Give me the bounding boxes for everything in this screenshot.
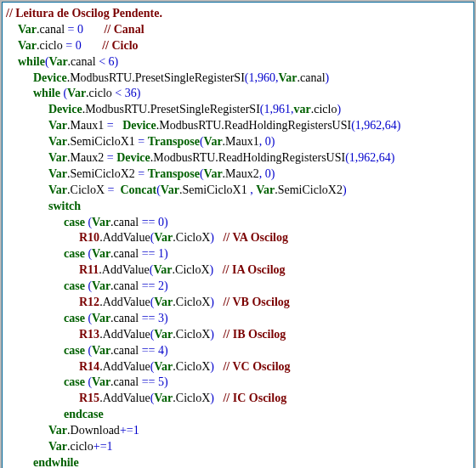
n: 2 <box>158 279 164 292</box>
t: Maux1 <box>225 135 259 148</box>
n: 6 <box>109 55 115 68</box>
t: ModbusRTU <box>85 103 147 116</box>
k: Device <box>122 119 156 132</box>
k: Var <box>48 167 67 180</box>
n: 0 <box>76 39 82 52</box>
t: ReadHoldingRegistersUSI <box>224 119 351 132</box>
code-line: Var.Maux2 = Device.ModbusRTU.ReadHolding… <box>6 150 468 166</box>
t: ciclo <box>89 87 112 99</box>
n: 1 <box>355 119 361 132</box>
k: Var <box>92 279 110 292</box>
k: Var <box>256 183 275 196</box>
t: AddValue <box>102 263 150 276</box>
sp <box>214 360 224 373</box>
op: = <box>104 151 116 164</box>
code-line: // Leitura de Oscilog Pendente. <box>6 6 468 22</box>
k: Var <box>92 375 110 388</box>
k: Var <box>48 424 67 437</box>
code-line: Var.ciclo+=1 <box>6 439 468 455</box>
t: CicloX <box>176 296 210 308</box>
op: = <box>63 39 76 52</box>
k: Var <box>154 328 173 341</box>
code-line: case (Var.canal == 0) <box>6 215 468 231</box>
k: Var <box>154 231 173 244</box>
reg: R13 <box>79 328 99 341</box>
p: ) <box>337 103 341 116</box>
k: Var <box>18 39 37 52</box>
k: endcase <box>64 408 104 420</box>
t: ciclo <box>71 440 94 453</box>
comment: // IB Oscilog <box>223 328 286 341</box>
k: Device <box>116 151 150 164</box>
p: ) <box>164 216 168 228</box>
code-line: Var.CicloX = Concat(Var.SemiCicloX1 , Va… <box>6 183 468 199</box>
t: CicloX <box>175 263 209 276</box>
p: ) <box>164 375 168 388</box>
t: canal <box>71 55 96 68</box>
t: ciclo <box>40 39 63 52</box>
n: 962 <box>364 119 382 132</box>
n: 1 <box>107 440 113 453</box>
k: Var <box>67 87 86 99</box>
t: SemiCicloX1 <box>71 135 135 148</box>
t: canal <box>114 247 139 260</box>
p: ) <box>115 55 119 68</box>
reg: R10 <box>79 231 99 244</box>
t: ModbusRTU <box>70 71 132 84</box>
op: += <box>120 424 133 437</box>
n: 0 <box>265 135 271 148</box>
code-line: case (Var.canal == 2) <box>6 279 468 295</box>
k: Var <box>204 167 223 180</box>
op: == <box>139 344 158 357</box>
k: Device <box>33 71 67 84</box>
k: Device <box>48 103 82 116</box>
code-line: while(Var.canal < 6) <box>6 54 468 70</box>
code-panel: // Leitura de Oscilog Pendente. Var.cana… <box>2 2 474 468</box>
code-line: while (Var.ciclo < 36) <box>6 86 468 102</box>
p: ) <box>271 167 275 180</box>
sp <box>83 23 105 36</box>
k: Var <box>92 216 110 228</box>
op: == <box>139 279 158 292</box>
n: 64 <box>385 119 397 132</box>
op: == <box>139 247 158 260</box>
reg: R15 <box>79 392 99 404</box>
code-line: R13.AddValue(Var.CicloX) // IB Oscilog <box>6 327 468 343</box>
t: Maux2 <box>71 151 105 164</box>
t: AddValue <box>103 328 150 341</box>
code-line: switch <box>6 199 468 215</box>
k: endwhile <box>33 456 79 468</box>
t: SemiCicloX2 <box>278 183 343 196</box>
op: < <box>96 55 109 68</box>
k: var <box>294 103 311 116</box>
t: PresetSingleRegisterSI <box>135 71 245 84</box>
k: case <box>64 279 85 292</box>
code-line: Var.Download+=1 <box>6 423 468 439</box>
t: canal <box>114 216 139 228</box>
k: Var <box>154 360 173 373</box>
sp <box>82 39 103 52</box>
k: case <box>64 312 85 324</box>
code-line: Device.ModbusRTU.PresetSingleRegisterSI(… <box>6 102 468 118</box>
k: while <box>18 55 45 68</box>
code-line: Var.SemiCicloX2 = Transpose(Var.Maux2, 0… <box>6 166 468 183</box>
op: = <box>135 135 148 148</box>
op: = <box>105 183 120 196</box>
code-line: Var.SemiCicloX1 = Transpose(Var.Maux1, 0… <box>6 134 468 150</box>
op: = <box>65 23 77 36</box>
code-line: case (Var.canal == 3) <box>6 311 468 327</box>
op: = <box>135 167 148 180</box>
n: 0 <box>158 216 164 228</box>
p: ) <box>164 279 168 292</box>
k: Concat <box>120 183 156 196</box>
k: Var <box>48 183 67 196</box>
t: CicloX <box>176 231 210 244</box>
code-line: Var.canal = 0 // Canal <box>6 22 468 38</box>
p: ) <box>343 183 347 196</box>
code-line: R15.AddValue(Var.CicloX) // IC Oscilog <box>6 391 468 407</box>
sp <box>214 231 224 244</box>
t: canal <box>114 312 139 324</box>
code-line: R10.AddValue(Var.CicloX) // VA Oscilog <box>6 230 468 246</box>
comment: // VB Oscilog <box>223 296 289 308</box>
code-line: case (Var.canal == 1) <box>6 246 468 262</box>
